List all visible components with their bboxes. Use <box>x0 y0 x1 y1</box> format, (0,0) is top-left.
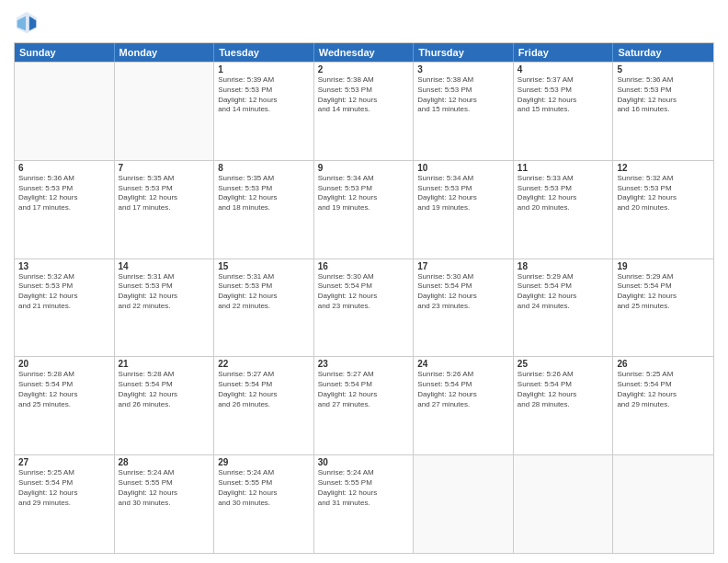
day-cell-empty <box>514 455 614 553</box>
day-cell-empty <box>613 455 713 553</box>
day-info: Sunrise: 5:33 AM Sunset: 5:53 PM Dayligh… <box>518 174 609 213</box>
day-cell-16: 16Sunrise: 5:30 AM Sunset: 5:54 PM Dayli… <box>314 259 415 357</box>
day-number: 2 <box>318 64 410 75</box>
day-cell-21: 21Sunrise: 5:28 AM Sunset: 5:54 PM Dayli… <box>115 357 215 454</box>
calendar-row-2: 6Sunrise: 5:36 AM Sunset: 5:53 PM Daylig… <box>15 160 713 259</box>
day-number: 6 <box>18 163 110 173</box>
weekday-header-sunday: Sunday <box>15 43 115 62</box>
logo <box>14 9 43 35</box>
day-info: Sunrise: 5:31 AM Sunset: 5:53 PM Dayligh… <box>119 272 210 312</box>
day-number: 4 <box>518 64 609 75</box>
day-number: 20 <box>18 359 110 369</box>
day-cell-6: 6Sunrise: 5:36 AM Sunset: 5:53 PM Daylig… <box>15 161 115 259</box>
day-number: 7 <box>119 163 210 173</box>
day-number: 18 <box>518 261 609 271</box>
day-info: Sunrise: 5:30 AM Sunset: 5:54 PM Dayligh… <box>417 272 509 312</box>
day-cell-29: 29Sunrise: 5:24 AM Sunset: 5:55 PM Dayli… <box>214 455 314 553</box>
day-cell-12: 12Sunrise: 5:32 AM Sunset: 5:53 PM Dayli… <box>613 161 713 259</box>
day-info: Sunrise: 5:24 AM Sunset: 5:55 PM Dayligh… <box>318 468 410 508</box>
day-cell-28: 28Sunrise: 5:24 AM Sunset: 5:55 PM Dayli… <box>115 455 215 553</box>
day-cell-22: 22Sunrise: 5:27 AM Sunset: 5:54 PM Dayli… <box>214 357 314 454</box>
day-number: 5 <box>617 64 710 75</box>
day-cell-empty <box>15 63 115 160</box>
day-info: Sunrise: 5:27 AM Sunset: 5:54 PM Dayligh… <box>218 370 310 409</box>
calendar-body: 1Sunrise: 5:39 AM Sunset: 5:53 PM Daylig… <box>15 62 713 553</box>
day-number: 29 <box>218 457 310 467</box>
day-cell-26: 26Sunrise: 5:25 AM Sunset: 5:54 PM Dayli… <box>613 357 713 454</box>
calendar-row-3: 13Sunrise: 5:32 AM Sunset: 5:53 PM Dayli… <box>15 259 713 357</box>
day-info: Sunrise: 5:25 AM Sunset: 5:54 PM Dayligh… <box>617 370 710 409</box>
weekday-header-tuesday: Tuesday <box>214 43 314 62</box>
day-number: 14 <box>119 261 210 271</box>
calendar-row-4: 20Sunrise: 5:28 AM Sunset: 5:54 PM Dayli… <box>15 356 713 454</box>
day-cell-19: 19Sunrise: 5:29 AM Sunset: 5:54 PM Dayli… <box>613 259 713 357</box>
day-cell-15: 15Sunrise: 5:31 AM Sunset: 5:53 PM Dayli… <box>214 259 314 357</box>
day-number: 28 <box>119 457 210 467</box>
day-cell-20: 20Sunrise: 5:28 AM Sunset: 5:54 PM Dayli… <box>15 357 115 454</box>
day-cell-5: 5Sunrise: 5:36 AM Sunset: 5:53 PM Daylig… <box>613 63 713 160</box>
day-cell-8: 8Sunrise: 5:35 AM Sunset: 5:53 PM Daylig… <box>214 161 314 259</box>
day-info: Sunrise: 5:32 AM Sunset: 5:53 PM Dayligh… <box>617 174 710 213</box>
weekday-header-friday: Friday <box>514 43 614 62</box>
day-info: Sunrise: 5:38 AM Sunset: 5:53 PM Dayligh… <box>417 75 509 115</box>
day-info: Sunrise: 5:35 AM Sunset: 5:53 PM Dayligh… <box>119 174 210 213</box>
day-cell-3: 3Sunrise: 5:38 AM Sunset: 5:53 PM Daylig… <box>414 63 514 160</box>
day-cell-18: 18Sunrise: 5:29 AM Sunset: 5:54 PM Dayli… <box>514 259 614 357</box>
calendar: SundayMondayTuesdayWednesdayThursdayFrid… <box>14 42 714 554</box>
day-info: Sunrise: 5:24 AM Sunset: 5:55 PM Dayligh… <box>218 468 310 508</box>
day-number: 26 <box>617 359 710 369</box>
day-number: 21 <box>119 359 210 369</box>
day-info: Sunrise: 5:36 AM Sunset: 5:53 PM Dayligh… <box>617 75 710 115</box>
weekday-header-saturday: Saturday <box>613 43 713 62</box>
day-info: Sunrise: 5:31 AM Sunset: 5:53 PM Dayligh… <box>218 272 310 312</box>
day-cell-7: 7Sunrise: 5:35 AM Sunset: 5:53 PM Daylig… <box>115 161 215 259</box>
day-number: 17 <box>417 261 509 271</box>
day-info: Sunrise: 5:34 AM Sunset: 5:53 PM Dayligh… <box>417 174 509 213</box>
day-number: 16 <box>318 261 410 271</box>
day-info: Sunrise: 5:25 AM Sunset: 5:54 PM Dayligh… <box>18 468 110 508</box>
day-number: 11 <box>518 163 609 173</box>
day-cell-2: 2Sunrise: 5:38 AM Sunset: 5:53 PM Daylig… <box>314 63 415 160</box>
day-info: Sunrise: 5:29 AM Sunset: 5:54 PM Dayligh… <box>518 272 609 312</box>
day-cell-11: 11Sunrise: 5:33 AM Sunset: 5:53 PM Dayli… <box>514 161 614 259</box>
day-info: Sunrise: 5:35 AM Sunset: 5:53 PM Dayligh… <box>218 174 310 213</box>
day-info: Sunrise: 5:30 AM Sunset: 5:54 PM Dayligh… <box>318 272 410 312</box>
day-info: Sunrise: 5:27 AM Sunset: 5:54 PM Dayligh… <box>318 370 410 409</box>
page: SundayMondayTuesdayWednesdayThursdayFrid… <box>0 0 728 563</box>
day-cell-24: 24Sunrise: 5:26 AM Sunset: 5:54 PM Dayli… <box>414 357 514 454</box>
day-info: Sunrise: 5:26 AM Sunset: 5:54 PM Dayligh… <box>417 370 509 409</box>
day-cell-4: 4Sunrise: 5:37 AM Sunset: 5:53 PM Daylig… <box>514 63 614 160</box>
day-cell-25: 25Sunrise: 5:26 AM Sunset: 5:54 PM Dayli… <box>514 357 614 454</box>
weekday-header-thursday: Thursday <box>414 43 514 62</box>
day-info: Sunrise: 5:28 AM Sunset: 5:54 PM Dayligh… <box>18 370 110 409</box>
day-cell-23: 23Sunrise: 5:27 AM Sunset: 5:54 PM Dayli… <box>314 357 415 454</box>
day-cell-13: 13Sunrise: 5:32 AM Sunset: 5:53 PM Dayli… <box>15 259 115 357</box>
day-number: 22 <box>218 359 310 369</box>
day-number: 1 <box>218 64 310 75</box>
day-number: 3 <box>417 64 509 75</box>
day-number: 23 <box>318 359 410 369</box>
day-info: Sunrise: 5:34 AM Sunset: 5:53 PM Dayligh… <box>318 174 410 213</box>
day-number: 13 <box>18 261 110 271</box>
day-cell-1: 1Sunrise: 5:39 AM Sunset: 5:53 PM Daylig… <box>214 63 314 160</box>
day-info: Sunrise: 5:39 AM Sunset: 5:53 PM Dayligh… <box>218 75 310 115</box>
day-number: 8 <box>218 163 310 173</box>
day-number: 24 <box>417 359 509 369</box>
day-number: 15 <box>218 261 310 271</box>
day-cell-14: 14Sunrise: 5:31 AM Sunset: 5:53 PM Dayli… <box>115 259 215 357</box>
day-number: 10 <box>417 163 509 173</box>
day-cell-17: 17Sunrise: 5:30 AM Sunset: 5:54 PM Dayli… <box>414 259 514 357</box>
day-info: Sunrise: 5:36 AM Sunset: 5:53 PM Dayligh… <box>18 174 110 213</box>
day-cell-10: 10Sunrise: 5:34 AM Sunset: 5:53 PM Dayli… <box>414 161 514 259</box>
day-info: Sunrise: 5:26 AM Sunset: 5:54 PM Dayligh… <box>518 370 609 409</box>
day-number: 30 <box>318 457 410 467</box>
day-cell-30: 30Sunrise: 5:24 AM Sunset: 5:55 PM Dayli… <box>314 455 415 553</box>
day-cell-9: 9Sunrise: 5:34 AM Sunset: 5:53 PM Daylig… <box>314 161 415 259</box>
day-number: 12 <box>617 163 710 173</box>
logo-icon <box>14 9 40 35</box>
day-cell-empty <box>414 455 514 553</box>
day-info: Sunrise: 5:38 AM Sunset: 5:53 PM Dayligh… <box>318 75 410 115</box>
weekday-header-monday: Monday <box>115 43 215 62</box>
calendar-row-1: 1Sunrise: 5:39 AM Sunset: 5:53 PM Daylig… <box>15 62 713 160</box>
day-info: Sunrise: 5:28 AM Sunset: 5:54 PM Dayligh… <box>119 370 210 409</box>
